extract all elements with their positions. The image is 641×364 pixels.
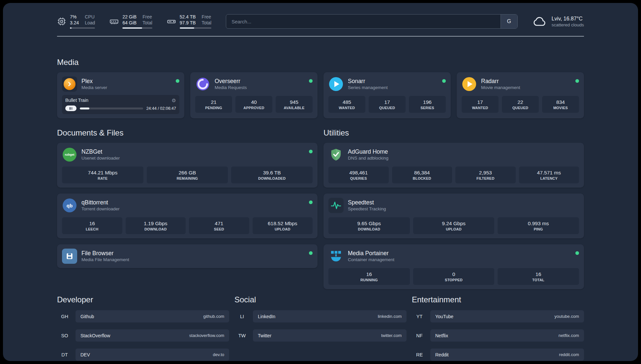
disk-free-value: 52.4 TB [180,14,196,20]
sonarr-header[interactable]: Sonarr Series management [328,76,446,92]
stat-label: SEED [190,227,248,231]
service-name: Overseerr [215,78,247,85]
playback-progress-track[interactable] [80,107,143,109]
bookmark-twitter[interactable]: TW Twittertwitter.com [234,329,407,342]
status-indicator [575,251,579,255]
filebrowser-header[interactable]: File Browser Media File Management [62,249,313,264]
social-bookmarks: LI LinkedInlinkedin.com TW Twittertwitte… [234,310,407,361]
bookmark-stackoverflow[interactable]: SO StackOverflowstackoverflow.com [57,329,229,342]
weather-widget: Lviv, 16.87°C scattered clouds [532,15,584,27]
bookmark-abbr: LI [234,310,250,322]
stat: 945AVAILABLE [276,96,313,113]
service-description: Speedtest Tracking [348,206,386,212]
search-input[interactable] [226,15,501,28]
search-bar: G [226,14,518,29]
stat-label: DOWNLOAD [127,227,185,231]
memory-free-label: Free [142,14,152,20]
bookmark-netflix[interactable]: NF Netflixnetflix.com [412,329,584,342]
cpu-usage: 7% [70,14,79,20]
service-description: Series management [348,85,388,91]
playback-progress-fill [80,107,89,109]
adguard-header[interactable]: AdGuard Home DNS and adblocking [328,147,579,162]
pause-button[interactable] [65,106,76,111]
bookmark-youtube[interactable]: YT YouTubeyoutube.com [412,310,584,322]
bookmark-domain: reddit.com [559,352,579,357]
stat-label: LEECH [63,227,121,231]
cloud-icon [532,16,547,27]
stat-label: RATE [63,176,142,180]
service-name: Media Portainer [348,250,394,257]
stat: 21PENDING [195,96,232,113]
qbittorrent-header[interactable]: qb qBittorrent Torrent downloader [62,198,313,213]
sonarr-icon [328,76,344,92]
stat: 16LEECH [62,217,122,234]
load-label: Load [85,20,95,26]
service-description: Usenet downloader [81,156,120,161]
stat: 9.65 GbpsDOWNLOAD [328,217,410,234]
dashboard-page: 7%3.24 CPULoad 22 GiB64 GiB FreeTotal [3,3,638,361]
radarr-header[interactable]: Radarr Movie management [462,76,579,92]
stat-value: 9.24 Gbps [414,220,493,227]
disk-progress-bar [180,27,211,29]
utilities-column: AdGuard Home DNS and adblocking 498,461Q… [323,143,584,295]
service-name: Radarr [481,78,520,85]
sonarr-card: Sonarr Series management 485WANTED 17QUE… [323,72,451,118]
stat-label: WANTED [463,106,497,110]
settings-icon[interactable]: ⚙ [172,98,176,103]
nzbget-header[interactable]: nzbget NZBGet Usenet downloader [62,147,313,162]
bookmark-domain: youtube.com [555,314,579,319]
memory-total-label: Total [142,20,152,26]
bookmark-github[interactable]: GH Githubgithub.com [57,310,229,322]
stat-value: 618.52 Mbps [254,220,312,227]
radarr-card: Radarr Movie management 17WANTED 22QUEUE… [457,72,584,118]
stat-label: AVAILABLE [277,106,311,110]
disk-total-label: Total [202,20,212,26]
stat-value: 47.571 ms [520,169,578,176]
service-description: DNS and adblocking [348,156,388,161]
stat: 266 GBREMAINING [147,167,228,183]
stat-label: DOWNLOAD [330,227,409,231]
search-provider-button[interactable]: G [501,15,517,28]
service-name: NZBGet [81,148,120,156]
stat-label: WANTED [330,106,364,110]
sonarr-stats: 485WANTED 17QUEUED 196SERIES [328,96,446,113]
stat: 9.24 GbpsUPLOAD [413,217,495,234]
portainer-stats: 16RUNNING 0STOPPED 16TOTAL [328,268,579,285]
filebrowser-card: File Browser Media File Management [57,244,318,268]
bookmark-dev[interactable]: DT DEVdev.to [57,349,229,361]
stat-label: REMAINING [148,176,227,180]
stat-value: 39.6 TB [232,169,311,176]
bookmark-name: StackOverflow [80,333,110,338]
service-description: Media server [81,85,107,91]
entertainment-bookmarks: YT YouTubeyoutube.com NF Netflixnetflix.… [412,310,584,361]
stat-value: 16 [63,220,121,227]
stat-value: 40 [237,99,271,106]
stat-label: QUEUED [503,106,537,110]
bookmark-linkedin[interactable]: LI LinkedInlinkedin.com [234,310,407,322]
bookmark-abbr: GH [57,310,72,322]
stat-value: 471 [190,220,248,227]
overseerr-card: Overseerr Media Requests 21PENDING 40APP… [190,72,318,118]
stat-value: 196 [410,99,444,106]
stat-value: 86,384 [393,169,451,176]
portainer-header[interactable]: Media Portainer Container management [328,249,579,264]
overseerr-header[interactable]: Overseerr Media Requests [195,76,313,92]
stat: 0STOPPED [413,268,495,285]
disk-total-value: 97.9 TB [180,20,196,26]
speedtest-header[interactable]: Speedtest Speedtest Tracking [328,198,579,213]
stat-value: 945 [277,99,311,106]
stat: 471SEED [189,217,249,234]
bookmark-domain: twitter.com [381,333,402,338]
bookmark-name: YouTube [435,314,453,319]
status-indicator [309,251,313,255]
documents-column: nzbget NZBGet Usenet downloader 744.21 M… [57,143,318,274]
bookmark-reddit[interactable]: RE Redditreddit.com [412,349,584,361]
memory-total-value: 64 GiB [122,20,137,26]
bookmark-abbr: DT [57,349,72,361]
stat-value: 498,461 [330,169,387,176]
media-grid: Plex Media server Bullet Train ⚙ 24:44 /… [57,72,584,118]
filebrowser-icon [62,249,77,264]
plex-header[interactable]: Plex Media server [62,76,179,92]
stat-value: 16 [330,271,409,278]
speedtest-icon [328,198,344,213]
